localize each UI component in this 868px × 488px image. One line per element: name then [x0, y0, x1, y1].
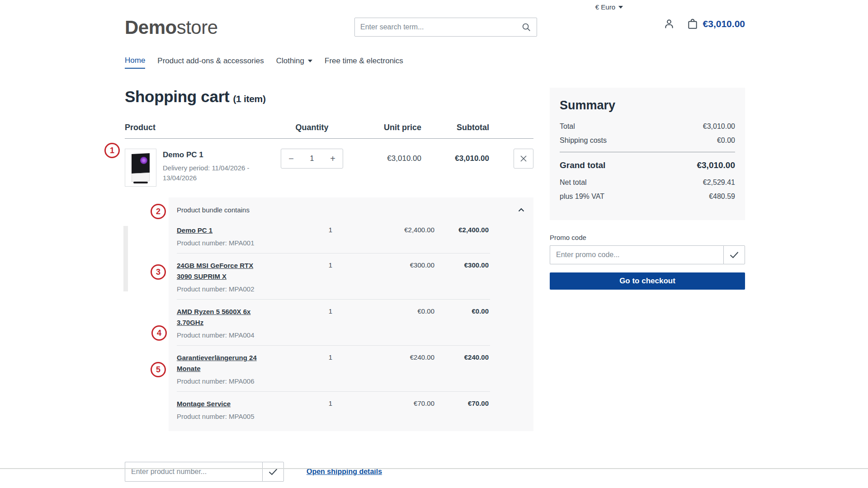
vat-label: plus 19% VAT: [560, 192, 604, 201]
delivery-period: Delivery period: 11/04/2026 - 13/04/2026: [163, 163, 253, 183]
bundle-product-cell: Garantieverlängerung 24 Monate Product n…: [177, 352, 303, 385]
search-input[interactable]: [355, 23, 516, 31]
bundle-panel: Product bundle contains Demo PC 1 Produc…: [169, 197, 533, 431]
order-summary-section: Summary Total €3,010.00 Shipping costs €…: [550, 88, 745, 482]
shipping-value: €0.00: [717, 136, 735, 145]
summary-shipping-row: Shipping costs €0.00: [560, 136, 735, 145]
currency-selector[interactable]: € Euro: [595, 3, 623, 11]
cart-item-row: Demo PC 1 Delivery period: 11/04/2026 - …: [125, 139, 533, 193]
main-navigation: Home Product add-ons & accessories Cloth…: [125, 56, 745, 69]
bundle-product-link[interactable]: 24GB MSI GeForce RTX 3090 SUPRIM X: [177, 260, 267, 282]
bundle-toggle[interactable]: Product bundle contains: [177, 204, 525, 218]
search-icon: [521, 22, 531, 32]
net-total-label: Net total: [560, 178, 587, 187]
shopping-bag-icon: [687, 18, 698, 30]
search-button[interactable]: [516, 18, 537, 36]
search-box: [354, 18, 537, 37]
bundle-product-cell: 24GB MSI GeForce RTX 3090 SUPRIM X Produ…: [177, 260, 303, 293]
annotation-circle-1: 1: [104, 143, 120, 158]
nav-item-free-time[interactable]: Free time & electronics: [325, 56, 403, 69]
bundle-subtotal: €0.00: [434, 306, 489, 315]
checkmark-icon: [729, 251, 739, 259]
bundle-header-label: Product bundle contains: [177, 206, 250, 214]
page-container: € Euro Demostore €3,010.00 Home Product …: [125, 0, 745, 482]
summary-divider: [560, 152, 735, 152]
nav-label: Clothing: [276, 56, 304, 66]
annotation-circle-5: 5: [151, 362, 166, 377]
net-total-value: €2,529.41: [703, 178, 735, 187]
main-content: Shopping cart(1 item) Product Quantity U…: [125, 88, 745, 482]
quantity-stepper: − 1 +: [281, 149, 343, 169]
plus-icon: +: [330, 154, 335, 164]
account-button[interactable]: [663, 18, 675, 30]
summary-grand-total-row: Grand total €3,010.00: [560, 160, 735, 170]
bundle-product-number: Product number: MPA005: [177, 413, 303, 420]
close-icon: [519, 155, 528, 163]
apply-promo-button[interactable]: [723, 245, 745, 264]
bundle-product-link[interactable]: Garantieverlängerung 24 Monate: [177, 352, 267, 374]
grand-total-value: €3,010.00: [697, 160, 735, 170]
column-quantity: Quantity: [271, 123, 353, 132]
column-subtotal: Subtotal: [425, 123, 493, 132]
shipping-label: Shipping costs: [560, 136, 607, 145]
bundle-subtotal: €2,400.00: [434, 225, 489, 234]
bundle-product-cell: Demo PC 1 Product number: MPA001: [177, 225, 303, 247]
bundle-unit-price: €0.00: [358, 306, 434, 315]
bundle-product-number: Product number: MPA002: [177, 285, 303, 293]
cart-section: Shopping cart(1 item) Product Quantity U…: [125, 88, 533, 482]
bundle-subtotal: €300.00: [434, 260, 489, 269]
nav-item-clothing[interactable]: Clothing: [276, 56, 312, 69]
product-name-link[interactable]: Demo PC 1: [163, 150, 253, 160]
bundle-subtotal: €240.00: [434, 352, 489, 361]
cart-total: €3,010.00: [703, 19, 745, 29]
nav-item-home[interactable]: Home: [125, 56, 145, 69]
logo-light: store: [177, 17, 218, 38]
bundle-product-link[interactable]: Demo PC 1: [177, 225, 212, 236]
quantity-decrease-button[interactable]: −: [281, 149, 301, 168]
total-label: Total: [560, 122, 575, 131]
product-thumbnail[interactable]: [125, 149, 156, 187]
bundle-unit-price: €70.00: [358, 399, 434, 407]
remove-item-button[interactable]: [514, 149, 533, 169]
pc-case-image: [132, 154, 150, 183]
summary-panel: Summary Total €3,010.00 Shipping costs €…: [550, 88, 745, 220]
bundle-subtotal: €70.00: [434, 399, 489, 407]
bundle-quantity: 1: [303, 260, 358, 269]
bundle-product-number: Product number: MPA006: [177, 377, 303, 385]
product-number-input[interactable]: [125, 462, 262, 482]
product-number-box: [125, 462, 284, 482]
product-cell: Demo PC 1 Delivery period: 11/04/2026 - …: [125, 149, 271, 187]
annotation-circle-2: 2: [151, 204, 166, 219]
logo-bold: Demo: [125, 17, 177, 38]
promo-code-input[interactable]: [550, 245, 723, 264]
footer-divider: [0, 468, 868, 469]
cart-item-count: (1 item): [233, 94, 265, 104]
bundle-item-row: AMD Ryzen 5 5600X 6x 3.70GHz Product num…: [177, 299, 490, 345]
currency-label: € Euro: [595, 3, 615, 11]
scroll-artifact: [123, 226, 128, 291]
bundle-quantity: 1: [303, 306, 358, 315]
quantity-cell: − 1 +: [271, 149, 353, 169]
add-product-number-button[interactable]: [262, 462, 284, 482]
vat-value: €480.59: [709, 192, 735, 201]
bundle-item-row: Demo PC 1 Product number: MPA001 1 €2,40…: [177, 218, 490, 253]
bundle-quantity: 1: [303, 352, 358, 361]
bundle-item-row: 24GB MSI GeForce RTX 3090 SUPRIM X Produ…: [177, 253, 490, 299]
go-to-checkout-button[interactable]: Go to checkout: [550, 272, 745, 290]
chevron-up-icon: [518, 208, 524, 212]
top-bar: € Euro: [125, 0, 745, 12]
bundle-product-link[interactable]: Montage Service: [177, 399, 231, 409]
remove-cell: [493, 149, 533, 169]
column-unit-price: Unit price: [353, 123, 425, 132]
page-title: Shopping cart(1 item): [125, 88, 533, 106]
bundle-product-link[interactable]: AMD Ryzen 5 5600X 6x 3.70GHz: [177, 306, 267, 328]
nav-label: Free time & electronics: [325, 56, 403, 66]
chevron-down-icon: [308, 60, 312, 62]
quantity-increase-button[interactable]: +: [323, 149, 343, 168]
nav-item-product-addons[interactable]: Product add-ons & accessories: [157, 56, 264, 69]
summary-vat-row: plus 19% VAT €480.59: [560, 192, 735, 201]
quantity-value: 1: [301, 155, 323, 163]
annotation-circle-3: 3: [151, 264, 166, 280]
cart-button[interactable]: €3,010.00: [687, 18, 745, 30]
cart-footer-row: Open shipping details: [125, 462, 533, 482]
